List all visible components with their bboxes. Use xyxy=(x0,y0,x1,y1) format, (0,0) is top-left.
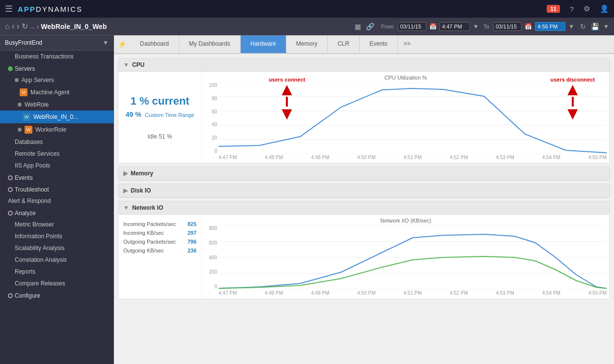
cpu-y-100: 100 xyxy=(205,83,217,88)
settings-icon[interactable]: ⚙ xyxy=(584,4,590,13)
sidebar-item-metric-browser[interactable]: Metric Browser xyxy=(0,219,113,230)
net-y-600: 600 xyxy=(205,240,217,246)
forward-icon[interactable]: › xyxy=(17,21,20,31)
network-section-header[interactable]: ▼ Network IO xyxy=(118,201,610,215)
net-x-7: 4:54 PM xyxy=(542,290,560,296)
network-panel: ▼ Network IO Incoming Packets/sec 825 In… xyxy=(118,201,610,299)
main-layout: BusyFrontEnd ▼ Business Transactions Ser… xyxy=(0,35,614,364)
sidebar-item-events[interactable]: Events xyxy=(0,171,113,183)
more-icon[interactable]: ... xyxy=(30,23,35,30)
sidebar-item-databases[interactable]: Databases xyxy=(0,136,113,148)
tab-dashboard[interactable]: Dashboard xyxy=(130,35,179,53)
app-logo: APPDYNAMICS xyxy=(18,5,83,13)
memory-panel: ▶ Memory xyxy=(118,167,610,181)
net-stat-outgoing-kb: Outgoing KB/sec 236 xyxy=(123,246,196,255)
sidebar-item-iis-app-pools[interactable]: IIS App Pools xyxy=(0,160,113,171)
network-collapse-icon: ▼ xyxy=(123,204,129,211)
memory-title: Memory xyxy=(131,170,153,177)
cpu-section-header[interactable]: ▼ CPU xyxy=(118,58,610,72)
sidebar-item-configure[interactable]: Configure xyxy=(0,289,113,301)
hamburger-icon[interactable]: ☰ xyxy=(5,3,13,14)
from-time-input[interactable] xyxy=(440,22,470,31)
cpu-stats: 1 % current 49 % Custom Time Range Idle … xyxy=(118,72,202,163)
save-icon[interactable]: 💾 xyxy=(591,23,599,30)
cpu-chart-title: CPU Utilization % xyxy=(205,75,607,81)
cpu-title: CPU xyxy=(132,61,144,68)
net-x-6: 4:53 PM xyxy=(496,290,514,296)
notification-badge[interactable]: 11 xyxy=(547,5,559,13)
cpu-range-value: 49 % xyxy=(126,111,141,118)
user-icon[interactable]: 👤 xyxy=(600,4,609,13)
net-stat-incoming-packets: Incoming Packets/sec 825 xyxy=(123,220,196,228)
to-date-input[interactable] xyxy=(493,22,522,31)
sidebar-item-analyze[interactable]: Analyze xyxy=(0,207,113,219)
sidebar-item-troubleshoot[interactable]: Troubleshoot xyxy=(0,183,113,195)
refresh-icon[interactable]: ↻ xyxy=(22,22,28,31)
tab-my-dashboards[interactable]: My Dashboards xyxy=(179,35,241,53)
sidebar-item-machine-agent[interactable]: M Machine Agent xyxy=(0,86,113,99)
grid-view-icon[interactable]: ▦ xyxy=(355,23,361,30)
cpu-x-3: 4:50 PM xyxy=(357,155,375,160)
cpu-section-body: 1 % current 49 % Custom Time Range Idle … xyxy=(118,72,610,163)
tab-more[interactable]: >> xyxy=(398,35,417,53)
memory-section-header[interactable]: ▶ Memory xyxy=(118,167,610,180)
to-label: To xyxy=(484,24,490,29)
net-x-8: 4:55 PM xyxy=(588,290,607,296)
net-x-4: 4:51 PM xyxy=(403,290,421,296)
cpu-chart-area: CPU Utilization % 100 80 60 40 20 0 xyxy=(202,72,610,163)
machine-agent-icon: M xyxy=(20,88,28,96)
sidebar-app-header[interactable]: BusyFrontEnd ▼ xyxy=(0,35,113,51)
sidebar-item-app-servers[interactable]: App Servers xyxy=(0,74,113,86)
from-date-input[interactable] xyxy=(398,22,426,31)
workerrole-icon: W xyxy=(25,126,32,134)
net-x-1: 4:48 PM xyxy=(265,290,283,296)
tab-clr[interactable]: CLR xyxy=(328,35,360,53)
network-section-body: Incoming Packets/sec 825 Incoming KB/sec… xyxy=(118,215,610,299)
tab-hardware[interactable]: Hardware xyxy=(241,35,286,53)
panels-container: ▼ CPU 1 % current 49 % Custom Time Range… xyxy=(114,54,614,364)
sidebar-item-reports[interactable]: Reports xyxy=(0,266,113,278)
sidebar-item-remote-services[interactable]: Remote Services xyxy=(0,148,113,160)
help-icon[interactable]: ? xyxy=(570,5,574,13)
network-title: Network IO xyxy=(132,204,163,211)
memory-collapse-icon: ▶ xyxy=(123,170,128,177)
disk-collapse-icon: ▶ xyxy=(123,187,128,194)
reload-icon[interactable]: ↻ xyxy=(580,23,586,30)
cpu-collapse-icon: ▼ xyxy=(123,61,129,68)
sidebar-item-scalability-analysis[interactable]: Scalability Analysis xyxy=(0,242,113,254)
net-y-0: 0 xyxy=(205,284,217,289)
sidebar-item-information-points[interactable]: Information Points xyxy=(0,230,113,242)
to-cal-icon[interactable]: 📅 xyxy=(525,23,532,30)
disk-section-header[interactable]: ▶ Disk IO xyxy=(118,184,610,197)
net-stat-outgoing-packets: Outgoing Packets/sec 796 xyxy=(123,237,196,246)
nav-dropdown-icon[interactable]: ▼ xyxy=(603,23,609,30)
sidebar-item-correlation-analysis[interactable]: Correlation Analysis xyxy=(0,254,113,266)
page-title: WebRole_IN_0_Web xyxy=(41,23,107,30)
cpu-x-2: 4:49 PM xyxy=(311,155,329,160)
sidebar-item-alert-respond[interactable]: Alert & Respond xyxy=(0,195,113,207)
back-icon[interactable]: ‹ xyxy=(12,21,15,31)
network-stats: Incoming Packets/sec 825 Incoming KB/sec… xyxy=(118,215,202,299)
sidebar-item-business-transactions[interactable]: Business Transactions xyxy=(0,51,113,62)
sidebar-item-webrole[interactable]: WebRole xyxy=(0,99,113,111)
top-bar: ☰ APPDYNAMICS 11 ? ⚙ 👤 xyxy=(0,0,614,18)
net-y-800: 800 xyxy=(205,225,217,231)
cpu-x-6: 4:53 PM xyxy=(496,155,514,160)
tab-memory[interactable]: Memory xyxy=(286,35,328,53)
tab-events[interactable]: Events xyxy=(360,35,398,53)
sidebar-item-compare-releases[interactable]: Compare Releases xyxy=(0,278,113,289)
cpu-y-40: 40 xyxy=(205,122,217,127)
to-time-dropdown-icon[interactable]: ▼ xyxy=(568,23,574,30)
sidebar-item-workerrole[interactable]: W WorkerRole xyxy=(0,123,113,136)
share-link-icon[interactable]: 🔗 xyxy=(366,23,374,30)
tab-bar: ⚡ Dashboard My Dashboards Hardware Memor… xyxy=(114,35,614,54)
net-x-5: 4:52 PM xyxy=(449,290,468,296)
cpu-y-0: 0 xyxy=(205,148,217,154)
to-time-input[interactable] xyxy=(535,22,565,31)
home-icon[interactable]: ⌂ xyxy=(5,22,10,31)
from-cal-icon[interactable]: 📅 xyxy=(429,23,437,30)
cpu-x-0: 4:47 PM xyxy=(219,155,237,160)
sidebar-item-servers[interactable]: Servers xyxy=(0,62,113,74)
time-dropdown-icon[interactable]: ▼ xyxy=(473,23,479,30)
sidebar-item-webrole-in-0[interactable]: W WebRole_IN_0... xyxy=(0,111,113,123)
